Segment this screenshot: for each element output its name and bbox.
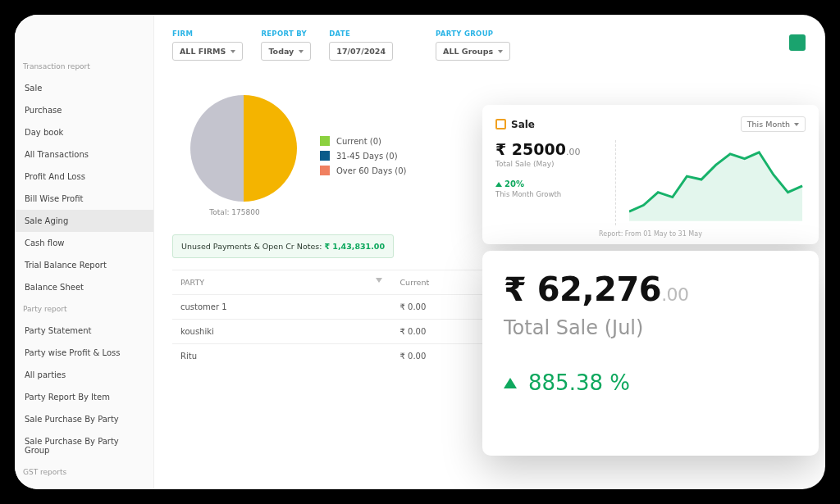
- sidebar-item-sale-purchase-by-party[interactable]: Sale Purchase By Party: [15, 408, 153, 430]
- sidebar-item-party-report-by-item[interactable]: Party Report By Item: [15, 386, 153, 408]
- sidebar-item-purchase[interactable]: Purchase: [15, 99, 153, 121]
- unused-payments-notice: Unused Payments & Open Cr Notes: ₹ 1,43,…: [172, 234, 394, 258]
- sidebar-item-trial-balance-report[interactable]: Trial Balance Report: [15, 254, 153, 276]
- sidebar-item-day-book[interactable]: Day book: [15, 121, 153, 143]
- sidebar-item-sale[interactable]: Sale: [15, 77, 153, 99]
- growth-indicator: 20%This Month Growth: [495, 179, 602, 198]
- sidebar-section-transaction: Transaction report: [15, 56, 153, 77]
- sidebar-item-party-wise-profit-&-loss[interactable]: Party wise Profit & Loss: [15, 342, 153, 364]
- pie-legend: Current (0)31-45 Days (0)Over 60 Days (0…: [320, 131, 406, 180]
- legend-item: Over 60 Days (0): [320, 166, 406, 175]
- sale-card-title: Sale: [511, 119, 535, 130]
- export-excel-button[interactable]: [789, 34, 806, 51]
- sidebar-item-party-statement[interactable]: Party Statement: [15, 320, 153, 342]
- date-label: DATE: [329, 30, 393, 38]
- pie-total-label: Total: 175800: [172, 208, 297, 216]
- sparkline-chart: [629, 140, 806, 225]
- aging-pie-chart: [190, 95, 297, 202]
- period-select[interactable]: This Month: [741, 116, 806, 132]
- growth-percent: 885.38 %: [504, 370, 797, 395]
- total-sale-label: Total Sale (Jul): [504, 316, 797, 339]
- sidebar-item-sale-purchase-by-party-group[interactable]: Sale Purchase By Party Group: [15, 430, 153, 461]
- sale-card-large: ₹ 62,276.00 Total Sale (Jul) 885.38 %: [482, 251, 819, 456]
- firm-label: FIRM: [172, 30, 243, 38]
- chevron-down-icon: [299, 50, 304, 53]
- chevron-down-icon: [231, 50, 235, 53]
- group-label: PARTY GROUP: [436, 30, 510, 38]
- date-input[interactable]: 17/07/2024: [329, 42, 393, 61]
- sidebar-item-all-parties[interactable]: All parties: [15, 364, 153, 386]
- reportby-select[interactable]: Today: [261, 42, 311, 61]
- filter-icon[interactable]: [376, 278, 383, 285]
- sidebar-section-gst: GST reports: [15, 461, 153, 483]
- report-range: Report: From 01 May to 31 May: [495, 230, 806, 238]
- sale-sub: Total Sale (May): [495, 160, 602, 168]
- chevron-down-icon: [794, 123, 799, 126]
- table-header: PARTY: [172, 270, 391, 295]
- reportby-label: REPORT BY: [261, 30, 311, 38]
- arrow-up-icon: [504, 378, 517, 388]
- total-sale-amount: ₹ 62,276.00: [504, 270, 797, 308]
- sidebar-item-bill-wise-profit[interactable]: Bill Wise Profit: [15, 188, 153, 210]
- sidebar-item-sale-aging[interactable]: Sale Aging: [15, 210, 153, 232]
- legend-item: 31-45 Days (0): [320, 151, 406, 161]
- sale-card-small: Sale This Month ₹ 25000.00 Total Sale (M…: [482, 105, 819, 244]
- chevron-down-icon: [498, 50, 503, 53]
- sidebar: Transaction report SalePurchaseDay bookA…: [15, 15, 154, 489]
- sidebar-item-cash-flow[interactable]: Cash flow: [15, 232, 153, 254]
- sidebar-item-balance-sheet[interactable]: Balance Sheet: [15, 276, 153, 298]
- filter-bar: FIRM ALL FIRMS REPORT BY Today DATE 17/0…: [172, 30, 807, 61]
- legend-item: Current (0): [320, 136, 406, 146]
- sidebar-item-profit-and-loss[interactable]: Profit And Loss: [15, 166, 153, 188]
- group-select[interactable]: ALL Groups: [436, 42, 510, 61]
- sale-icon: [495, 119, 506, 129]
- firm-select[interactable]: ALL FIRMS: [172, 42, 243, 61]
- sidebar-item-all-transactions[interactable]: All Transactions: [15, 143, 153, 166]
- sale-amount: ₹ 25000.00: [495, 140, 602, 158]
- arrow-up-icon: [495, 182, 502, 187]
- sidebar-section-party: Party report: [15, 298, 153, 320]
